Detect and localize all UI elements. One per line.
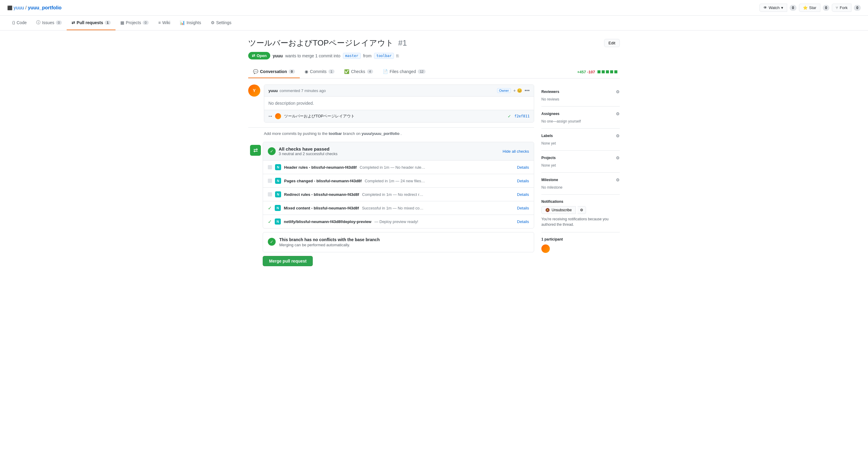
check-name-2: Redirect rules - blissful-neumann-f43d8f — [284, 192, 359, 197]
labels-gear-icon[interactable]: ⚙ — [616, 134, 620, 138]
tab-commits[interactable]: ◉ Commits 1 — [300, 65, 339, 78]
repo-icon: ⬛ — [7, 5, 12, 10]
watch-button[interactable]: 👁 Watch ▾ — [760, 4, 787, 12]
tab-checks[interactable]: ✅ Checks 4 — [339, 65, 378, 78]
assignees-gear-icon[interactable]: ⚙ — [616, 111, 620, 116]
check-name-0: Header rules - blissful-neumann-f43d8f — [284, 165, 357, 170]
reviewers-title: Reviewers — [541, 90, 559, 94]
repo-name-link[interactable]: yuuu_portfolio — [28, 5, 62, 10]
hide-checks-link[interactable]: Hide all checks — [503, 149, 529, 154]
add-reaction-icon[interactable]: + 😊 — [513, 88, 522, 93]
fork-button[interactable]: ⑂ Fork — [832, 4, 851, 12]
milestone-section: Milestone ⚙ No milestone — [541, 173, 620, 195]
reviewers-header: Reviewers ⚙ — [541, 89, 620, 94]
netlify-provider-icon-2: N — [275, 191, 281, 197]
comment-body: No description provided. — [264, 96, 534, 110]
nav-wiki[interactable]: ≡ Wiki — [154, 16, 175, 30]
reviewers-gear-icon[interactable]: ⚙ — [616, 89, 620, 94]
files-count-badge: 12 — [418, 69, 426, 74]
check-details-3[interactable]: Details — [517, 206, 529, 210]
labels-title: Labels — [541, 134, 553, 138]
fork-count-badge: 0 — [854, 5, 861, 11]
notifications-section: Notifications 🔕 Unsubscribe ⚙ You're rec… — [541, 195, 620, 232]
milestone-gear-icon[interactable]: ⚙ — [616, 177, 620, 182]
commit-title-text: ツールバーおよびTOPページレイアウト — [284, 114, 504, 119]
star-button[interactable]: ⭐ Star — [799, 4, 820, 12]
code-icon: ⟨⟩ — [12, 20, 15, 25]
checks-icon: ✅ — [344, 69, 349, 74]
tab-files-changed[interactable]: 📄 Files changed 12 — [378, 65, 430, 78]
check-details-1[interactable]: Details — [517, 179, 529, 183]
reviewers-empty-text: No reviews — [541, 97, 559, 101]
participants-section: 1 participant — [541, 232, 620, 258]
assignees-header: Assignees ⚙ — [541, 111, 620, 116]
copy-branch-icon[interactable]: ⎘ — [396, 53, 399, 58]
commit-item: ⊶ ツールバーおよびTOPページレイアウト ✓ f2ef811 — [264, 110, 534, 122]
netlify-provider-icon-0: N — [275, 164, 281, 170]
fork-icon: ⑂ — [836, 5, 838, 10]
check-details-0[interactable]: Details — [517, 165, 529, 170]
conversation-count-badge: 0 — [289, 69, 294, 74]
watch-dropdown-icon: ▾ — [781, 5, 783, 10]
participant-avatar-0[interactable] — [541, 244, 550, 253]
merge-check-icon: ✓ — [268, 238, 276, 246]
more-options-icon[interactable]: ••• — [525, 88, 530, 93]
labels-header: Labels ⚙ — [541, 134, 620, 138]
diff-stat-row: +457 -107 — [577, 70, 620, 74]
nav-insights[interactable]: 📊 Insights — [175, 16, 206, 30]
edit-button[interactable]: Edit — [604, 39, 620, 47]
merge-text-block: This branch has no conflicts with the ba… — [279, 237, 380, 247]
projects-sidebar-title: Projects — [541, 156, 556, 160]
comment-box: yuuu commented 7 minutes ago Owner + 😊 •… — [264, 85, 534, 122]
check-details-4[interactable]: Details — [517, 219, 529, 224]
pr-title: ツールバーおよびTOPページレイアウト #1 — [248, 38, 407, 48]
top-nav: ⬛ yuuu / yuuu_portfolio 👁 Watch ▾ 0 ⭐ St… — [0, 0, 868, 16]
check-item-4: ✓ N netlify/blissful-neumann-f43d8f/depl… — [263, 215, 534, 228]
comment-header-right: Owner + 😊 ••• — [497, 88, 530, 93]
notifications-gear-button[interactable]: ⚙ — [578, 206, 586, 214]
conversation-icon: 💬 — [253, 69, 258, 74]
check-name-4: netlify/blissful-neumann-f43d8f/deploy-p… — [284, 219, 371, 224]
netlify-provider-icon-4: N — [275, 218, 281, 225]
nav-issues[interactable]: ⓘ Issues 0 — [31, 16, 67, 30]
checks-count-badge: 4 — [367, 69, 373, 74]
check-neutral-icon-1 — [268, 179, 272, 183]
pr-body: Y yuuu commented 7 minutes ago Owner + 😊… — [248, 85, 620, 271]
base-branch-badge[interactable]: master — [343, 53, 361, 59]
merge-box: ✓ This branch has no conflicts with the … — [263, 232, 534, 252]
pr-author: yuuu — [273, 53, 283, 58]
bell-icon: 🔕 — [545, 208, 550, 212]
nav-projects[interactable]: ▦ Projects 0 — [116, 16, 154, 30]
repo-title: ⬛ yuuu / yuuu_portfolio — [7, 5, 62, 10]
push-branch-bold: toolbar — [329, 131, 342, 136]
files-icon: 📄 — [383, 69, 388, 74]
checks-box: ✓ All checks have passed 3 neutral and 2… — [263, 142, 534, 229]
settings-icon: ⚙ — [211, 20, 215, 25]
comment-header: yuuu commented 7 minutes ago Owner + 😊 •… — [264, 85, 534, 96]
merge-pull-request-button[interactable]: Merge pull request — [263, 256, 313, 266]
diff-bar-3 — [606, 70, 609, 74]
repo-owner-link[interactable]: yuuu — [13, 5, 24, 10]
nav-pullrequests[interactable]: ⇄ Pull requests 1 — [67, 16, 116, 30]
commit-tiny-avatar — [275, 113, 281, 119]
commit-sha-link[interactable]: f2ef811 — [514, 114, 530, 118]
check-item-3: ✓ N Mixed content - blissful-neumann-f43… — [263, 201, 534, 215]
merge-btn-area: Merge pull request — [263, 252, 534, 266]
tab-conversation[interactable]: 💬 Conversation 0 — [248, 65, 300, 78]
pr-main-column: Y yuuu commented 7 minutes ago Owner + 😊… — [248, 85, 534, 271]
nav-code[interactable]: ⟨⟩ Code — [7, 16, 31, 30]
projects-gear-icon[interactable]: ⚙ — [616, 155, 620, 160]
nav-settings[interactable]: ⚙ Settings — [206, 16, 237, 30]
unsubscribe-button[interactable]: 🔕 Unsubscribe — [541, 206, 576, 214]
open-status-badge: ⇄ Open — [248, 52, 270, 59]
head-branch-badge[interactable]: toolbar — [374, 53, 394, 59]
repo-actions: 👁 Watch ▾ 0 ⭐ Star 0 ⑂ Fork 0 — [760, 4, 861, 12]
projects-section: Projects ⚙ None yet — [541, 151, 620, 173]
projects-empty-text: None yet — [541, 163, 556, 168]
projects-icon: ▦ — [120, 20, 124, 25]
diff-bar-2 — [602, 70, 605, 74]
assignees-section: Assignees ⚙ No one—assign yourself — [541, 107, 620, 128]
check-details-2[interactable]: Details — [517, 192, 529, 197]
star-icon: ⭐ — [803, 5, 808, 10]
pr-sidebar-icon-wrapper: ⇄ — [248, 142, 263, 266]
